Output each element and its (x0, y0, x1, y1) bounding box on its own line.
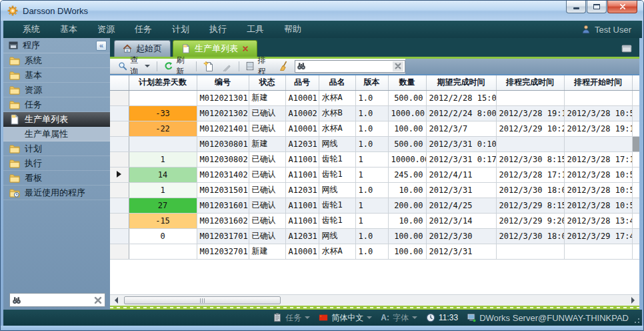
cell-pname[interactable]: 水杯A (319, 121, 355, 136)
cell-code[interactable]: M012030801 (197, 136, 249, 151)
cell-diff[interactable] (129, 136, 197, 151)
column-header-7[interactable]: 期望完成时间 (426, 75, 496, 90)
cell-qty[interactable]: 100.00 (388, 228, 426, 244)
cell-extra[interactable] (632, 228, 639, 244)
cell-diff[interactable]: 1 (129, 151, 197, 167)
menu-item-2[interactable]: 资源 (87, 21, 125, 38)
menu-item-0[interactable]: 系统 (13, 21, 50, 38)
cell-end[interactable]: 2012/3/29 9:20 (496, 213, 564, 228)
cell-pname[interactable]: 网线 (319, 136, 355, 151)
table-row[interactable]: 0M012031701已确认A12031网线1.0100.002012/3/30… (110, 228, 639, 244)
sidebar-item-9[interactable]: 最近使用的程序 (3, 186, 110, 200)
cell-extra[interactable] (632, 105, 639, 121)
sidebar-item-5[interactable]: 生产单属性 (3, 127, 110, 141)
cell-status[interactable]: 已确认 (249, 167, 285, 182)
cell-end[interactable]: 2012/3/28 19:10 (496, 105, 564, 121)
cell-extra[interactable]: # (632, 136, 639, 151)
cell-extra[interactable] (632, 121, 639, 136)
cell-qty[interactable]: 500.00 (388, 136, 426, 151)
row-selector[interactable] (110, 213, 129, 228)
windows-list-icon[interactable] (621, 42, 633, 54)
cell-pname[interactable]: 齿轮1 (319, 167, 355, 182)
sidebar-search-input[interactable] (23, 296, 91, 305)
cell-ver[interactable]: 1.0 (355, 244, 388, 259)
collapse-sidebar-button[interactable]: « (96, 41, 107, 51)
sidebar-item-8[interactable]: 看板 (3, 171, 110, 186)
cell-diff[interactable]: 14 (129, 167, 197, 182)
row-selector[interactable] (110, 121, 129, 136)
font-menu[interactable]: A: 字体 (381, 312, 417, 324)
cell-start[interactable]: 2012/3/28 10:52 (564, 167, 632, 182)
cell-pno[interactable]: A11001 (285, 167, 319, 182)
cell-start[interactable]: 2012/3/28 10:52 (564, 105, 632, 121)
cell-pname[interactable]: 水杯A (319, 244, 355, 259)
table-row[interactable]: 27M012031601已确认A11001齿轮11200.002012/4/25… (110, 198, 639, 213)
cell-code[interactable]: M012021302 (197, 105, 249, 121)
cell-pno[interactable]: A10001 (285, 121, 319, 136)
new-button[interactable] (201, 59, 217, 73)
cell-code[interactable]: M012031602 (197, 213, 249, 228)
menu-item-6[interactable]: 工具 (237, 21, 274, 38)
cell-ver[interactable]: 1.0 (355, 90, 388, 105)
cell-pno[interactable]: A10002 (285, 105, 319, 121)
cell-ver[interactable]: 1.0 (355, 228, 388, 244)
row-selector[interactable] (110, 244, 129, 259)
table-row[interactable]: 14M012031402已确认A11001齿轮11245.002012/4/11… (110, 167, 639, 182)
sidebar-item-0[interactable]: 系统 (3, 53, 110, 68)
cell-pno[interactable]: A12031 (285, 136, 319, 151)
table-row[interactable]: M012021301新建A10001水杯A1.0500.002012/2/28 … (110, 90, 639, 105)
scroll-right-button[interactable] (628, 295, 639, 306)
maximize-button[interactable] (587, 1, 607, 13)
cell-pname[interactable]: 水杯B (319, 105, 355, 121)
cell-qty[interactable]: 100.00 (388, 244, 426, 259)
close-button[interactable] (607, 1, 637, 13)
cell-end[interactable]: 2012/3/29 8:15 (496, 198, 564, 213)
cell-ver[interactable]: 1.0 (355, 136, 388, 151)
table-row[interactable]: M012032701新建A10001水杯A1.0100.002012/3/31 (110, 244, 639, 259)
cell-status[interactable]: 新建 (249, 136, 285, 151)
cell-due[interactable]: 2012/4/25 (426, 198, 496, 213)
cell-pname[interactable]: 齿轮1 (319, 213, 355, 228)
clear-grid-search-button[interactable] (393, 61, 403, 71)
cell-code[interactable]: M012031501 (197, 182, 249, 198)
row-selector[interactable] (110, 105, 129, 121)
cell-pname[interactable]: 水杯A (319, 90, 355, 105)
cell-qty[interactable]: 500.00 (388, 90, 426, 105)
cell-ver[interactable]: 1.0 (355, 182, 388, 198)
resize-grip[interactable] (638, 322, 639, 323)
cell-status[interactable]: 已确认 (249, 105, 285, 121)
cell-status[interactable]: 新建 (249, 90, 285, 105)
cell-extra[interactable] (632, 244, 639, 259)
cell-status[interactable]: 已确认 (249, 213, 285, 228)
tab-close-icon[interactable] (242, 45, 249, 52)
cell-code[interactable]: M012021401 (197, 121, 249, 136)
cell-end[interactable]: 2012/3/30 8:15 (496, 151, 564, 167)
cell-diff[interactable]: -33 (129, 105, 197, 121)
cell-diff[interactable] (129, 244, 197, 259)
column-header-2[interactable]: 状态 (249, 75, 285, 90)
column-header-partial[interactable]: 前 (632, 75, 639, 90)
cell-due[interactable]: 2012/3/31 (426, 244, 496, 259)
cell-pno[interactable]: A12031 (285, 182, 319, 198)
cell-pno[interactable]: A10001 (285, 90, 319, 105)
cell-start[interactable]: 2012/3/28 17:13 (564, 151, 632, 167)
horizontal-scrollbar[interactable] (110, 294, 639, 306)
clear-sidebar-search-icon[interactable] (93, 296, 103, 305)
cell-pno[interactable]: A11001 (285, 198, 319, 213)
cell-diff[interactable]: 0 (129, 228, 197, 244)
minimize-button[interactable] (566, 1, 586, 13)
row-selector[interactable] (110, 151, 129, 167)
row-selector[interactable] (110, 90, 129, 105)
menu-item-7[interactable]: 帮助 (274, 21, 311, 38)
cell-due[interactable]: 2012/3/31 0:17 (426, 151, 496, 167)
cell-due[interactable]: 2012/3/7 (426, 121, 496, 136)
row-selector[interactable] (110, 182, 129, 198)
table-row[interactable]: -15M012031602已确认A11001齿轮1110.002012/3/14… (110, 213, 639, 228)
cell-start[interactable] (564, 136, 632, 151)
query-dropdown-caret[interactable] (145, 65, 150, 70)
cell-diff[interactable] (129, 90, 197, 105)
cell-qty[interactable]: 10.00 (388, 182, 426, 198)
cell-code[interactable]: M012031402 (197, 167, 249, 182)
table-row[interactable]: M012030801新建A12031网线1.0500.002012/3/31 0… (110, 136, 639, 151)
column-header-3[interactable]: 品号 (285, 75, 319, 90)
